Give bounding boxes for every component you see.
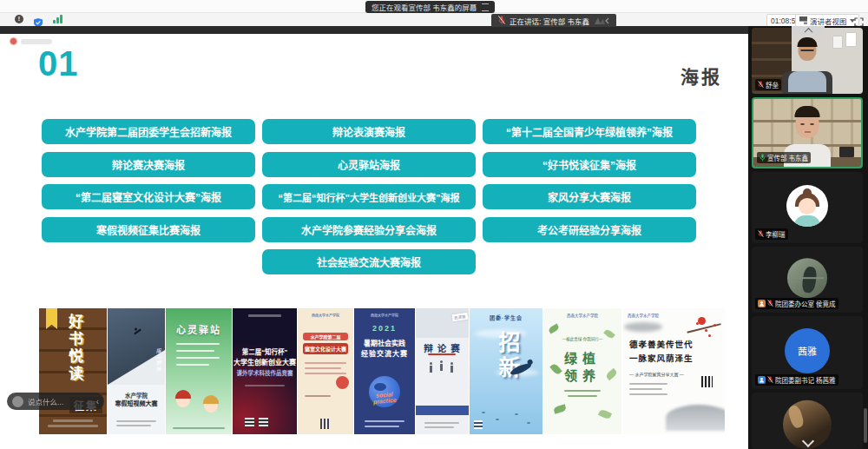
record-indicator-icon [10, 37, 17, 45]
participant-video-6[interactable] [752, 393, 863, 449]
sidebar-scrollbar[interactable] [864, 408, 867, 443]
poster-title: 领养 [543, 366, 621, 384]
poster-deco [248, 314, 281, 317]
poster-zhixingbei: 第二届“知行杯” 大学生创新创业大赛 课外学术科技作品竞赛 [233, 308, 297, 434]
poster-title: 经验交流大赛 [354, 348, 415, 358]
poster-title: 第二届“知行杯” [233, 347, 297, 356]
slide-section-number: 01 [38, 44, 79, 83]
poster-figure [430, 366, 432, 373]
muted-mic-icon [767, 300, 773, 307]
poster-caption: 指尖燃情 [155, 348, 162, 373]
poster-deco [176, 343, 220, 345]
poster-deco [568, 395, 597, 397]
poster-deco [696, 322, 699, 325]
poster-mountain [624, 322, 662, 332]
toolbar-strip [0, 13, 868, 26]
security-shield-icon[interactable] [34, 15, 43, 23]
poster-deco [365, 420, 404, 422]
participants-sidebar: 舒垒 宣传部 韦东鑫 [748, 26, 868, 449]
poster-deco [176, 350, 214, 352]
poster-title: 水产学院第二届 [303, 333, 348, 340]
poster-deco [629, 383, 667, 385]
avatar [787, 258, 827, 298]
chat-bubble[interactable]: 说点什么... ‹ [7, 393, 104, 410]
video-bg [846, 33, 856, 46]
poster-figure [440, 364, 443, 371]
banner-menu-icon[interactable] [482, 3, 489, 11]
poster-title: 绿植 [543, 348, 621, 366]
poster-deco [515, 413, 518, 415]
share-top-bar [0, 26, 748, 34]
person-face [799, 40, 817, 61]
avatar-initials: 茜雅 [798, 344, 817, 358]
avatar [786, 185, 828, 227]
participant-name: 宣传部 韦东鑫 [767, 153, 808, 162]
chevron-up-icon [804, 27, 812, 36]
poster-deco [527, 422, 530, 424]
poster-deco [496, 419, 499, 420]
poster-deco [116, 420, 156, 422]
slide-button: “第二届寝室文化设计大赛”海报 [42, 184, 255, 209]
participant-video-5[interactable]: 茜雅 院团委副书记 杨茜雅 [752, 316, 863, 389]
view-mode-button[interactable]: 演讲者视图 [795, 14, 859, 27]
monitor [839, 147, 854, 157]
watching-banner-label: 您正在观看宣传部 韦东鑫的屏幕 [372, 2, 477, 12]
chat-placeholder: 说点什么... [28, 396, 63, 406]
poster-cartoon-child [176, 393, 190, 407]
poster-school-logo: 西南大学水产学院 [543, 313, 621, 318]
meeting-info-icon[interactable]: ! [15, 15, 23, 23]
video-bg [833, 36, 842, 48]
poster-deco [305, 367, 341, 369]
poster-qr-code [320, 419, 331, 429]
active-mic-icon [760, 154, 766, 162]
poster-deco [305, 395, 331, 397]
poster-hanjia-video: 指尖燃情 水产学院 寒假短视频大赛 [108, 308, 165, 434]
speaking-toast: 正在讲话: 宣传部 韦东鑫 [491, 14, 616, 27]
participant-name: 院团委副书记 杨茜雅 [775, 375, 836, 385]
participant-label: 宣传部 韦东鑫 [757, 152, 811, 163]
view-mode-label: 演讲者视图 [810, 16, 847, 26]
network-signal-icon[interactable] [53, 15, 62, 23]
person-face [796, 109, 819, 138]
poster-title: 德孝善美传世代 [629, 338, 694, 350]
poster-deco [424, 422, 459, 424]
watching-banner[interactable]: 您正在观看宣传部 韦东鑫的屏幕 [365, 1, 495, 13]
muted-mic-icon [758, 230, 764, 238]
chat-avatar-icon [12, 396, 23, 407]
role-badge-icon [758, 376, 766, 384]
slide-button: 辩论表演赛海报 [262, 119, 476, 144]
poster-qr-code [474, 420, 483, 429]
poster-qr-code [245, 418, 254, 427]
poster-title: 寝室文化设计大赛 [303, 343, 348, 354]
poster-subtitle: — 水产学院家风分享大赛 — [629, 371, 684, 377]
role-badge-icon [758, 300, 766, 307]
poster-deco [305, 373, 346, 374]
poster-year: 2021 [354, 324, 415, 333]
poster-lvzhi-lingyang: 西南大学水产学院 —植此青绿·你我同行— 绿植 领养 [543, 308, 621, 434]
participant-video-3[interactable]: 李柳瑞 [752, 172, 863, 243]
poster-qr-code [701, 376, 713, 387]
chevron-left-icon[interactable]: ‹ [96, 397, 99, 406]
participant-name: 舒垒 [766, 80, 779, 89]
poster-deco [564, 390, 601, 392]
sidebar-collapse-button[interactable] [792, 26, 825, 35]
slide-button: 考公考研经验分享海报 [483, 217, 696, 242]
participant-video-2[interactable]: 宣传部 韦东鑫 [752, 97, 863, 168]
poster-deco [713, 324, 716, 327]
poster-mountain [666, 405, 725, 431]
slide-button: 寒假视频征集比赛海报 [42, 217, 255, 242]
poster-deco [365, 426, 399, 427]
slide-button: “第十二届全国青少年绿植领养”海报 [483, 119, 696, 144]
participant-name: 院团委办公室 侯竟成 [775, 299, 836, 308]
poster-xinling-yizhan: 心灵驿站 [166, 308, 232, 434]
poster-deco [48, 425, 98, 427]
participant-video-4[interactable]: 院团委办公室 侯竟成 [752, 247, 863, 313]
poster-deco [629, 388, 662, 390]
poster-deco [705, 329, 707, 332]
avatar: 茜雅 [785, 328, 830, 373]
poster-leaf [598, 408, 612, 419]
participant-name: 李柳瑞 [766, 229, 786, 239]
poster-title: 辩 论 赛 [416, 341, 469, 354]
shared-slide: 01 海报 水产学院第二届团委学生会招新海报 辩论表演赛海报 “第十二届全国青少… [0, 34, 748, 449]
participant-video-1[interactable]: 舒垒 [752, 28, 863, 94]
